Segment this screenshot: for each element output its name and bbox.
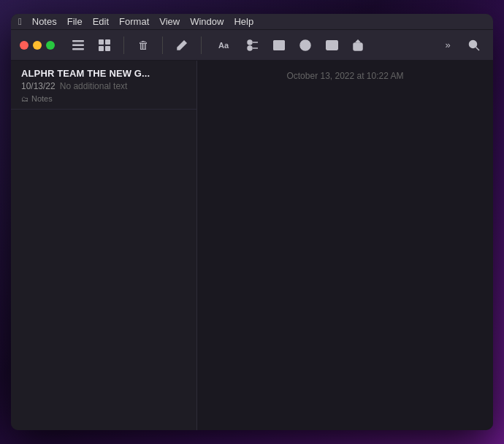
- apple-menu[interactable]: : [18, 16, 22, 27]
- minimize-button[interactable]: [33, 41, 42, 50]
- traffic-lights: [20, 41, 55, 50]
- attachment-button[interactable]: [295, 35, 316, 56]
- svg-rect-11: [274, 40, 285, 50]
- content-area: ALPHR TEAM THE NEW G... 10/13/22 No addi…: [11, 61, 493, 430]
- note-list-item[interactable]: ALPHR TEAM THE NEW G... 10/13/22 No addi…: [11, 61, 196, 110]
- checklist-button[interactable]: [243, 35, 263, 56]
- delete-button[interactable]: 🗑: [133, 35, 153, 56]
- notes-window:  Notes File Edit Format View Window Hel…: [11, 14, 493, 430]
- toolbar-divider-1: [123, 37, 124, 54]
- svg-point-20: [329, 43, 334, 47]
- svg-rect-0: [72, 40, 84, 42]
- photo-button[interactable]: [321, 35, 342, 56]
- svg-line-24: [476, 47, 480, 50]
- toolbar-divider-2: [162, 37, 163, 54]
- table-button[interactable]: [269, 35, 289, 56]
- note-title: ALPHR TEAM THE NEW G...: [21, 68, 186, 79]
- svg-rect-1: [72, 44, 84, 46]
- menu-bar:  Notes File Edit Format View Window Hel…: [11, 14, 493, 30]
- toolbar-divider-3: [201, 37, 202, 54]
- menu-notes[interactable]: Notes: [32, 16, 57, 27]
- maximize-button[interactable]: [46, 41, 55, 50]
- svg-rect-5: [99, 46, 104, 51]
- folder-icon: 🗂: [21, 95, 28, 103]
- menu-items: Notes File Edit Format View Window Help: [32, 16, 253, 27]
- close-button[interactable]: [20, 41, 28, 50]
- gallery-view-button[interactable]: [94, 35, 115, 56]
- menu-file[interactable]: File: [67, 16, 83, 27]
- menu-format[interactable]: Format: [119, 16, 149, 27]
- note-folder: 🗂 Notes: [21, 94, 186, 103]
- svg-point-23: [470, 40, 477, 47]
- search-button[interactable]: [464, 35, 484, 56]
- svg-point-7: [248, 40, 252, 45]
- svg-point-21: [335, 42, 336, 43]
- svg-rect-6: [105, 46, 110, 51]
- editor[interactable]: October 13, 2022 at 10:22 AM: [197, 61, 493, 430]
- svg-rect-3: [99, 39, 104, 45]
- menu-help[interactable]: Help: [234, 16, 253, 27]
- share-button[interactable]: [348, 35, 368, 56]
- compose-button[interactable]: [172, 35, 192, 56]
- svg-point-9: [248, 46, 252, 50]
- menu-edit[interactable]: Edit: [93, 16, 109, 27]
- menu-view[interactable]: View: [159, 16, 180, 27]
- svg-rect-4: [105, 39, 110, 45]
- editor-timestamp: October 13, 2022 at 10:22 AM: [286, 71, 403, 81]
- toolbar: 🗑 Aa: [11, 30, 493, 61]
- note-meta: 10/13/22 No additional text: [21, 81, 186, 91]
- menu-window[interactable]: Window: [190, 16, 224, 27]
- note-date: 10/13/22: [21, 81, 56, 91]
- sidebar: ALPHR TEAM THE NEW G... 10/13/22 No addi…: [11, 61, 197, 430]
- font-button[interactable]: Aa: [210, 35, 237, 56]
- folder-name: Notes: [31, 94, 53, 103]
- list-view-button[interactable]: [68, 35, 88, 56]
- more-button[interactable]: »: [438, 35, 458, 56]
- svg-rect-2: [72, 48, 84, 50]
- note-snippet: No additional text: [60, 81, 128, 91]
